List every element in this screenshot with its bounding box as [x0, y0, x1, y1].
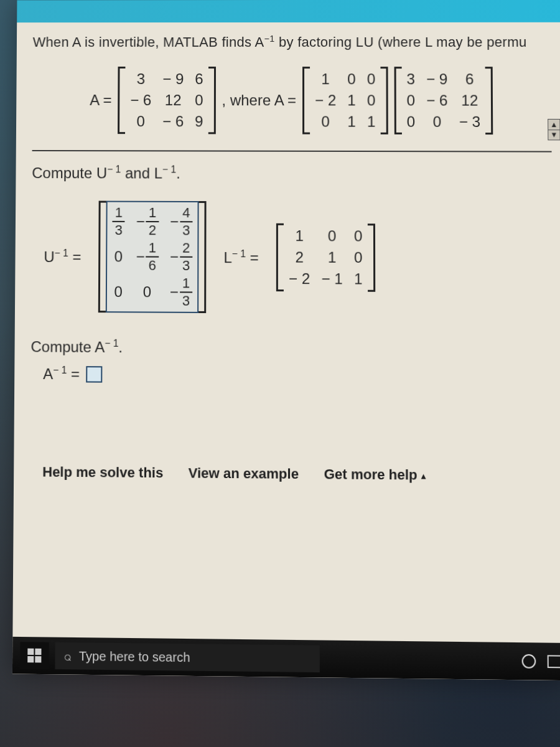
uinv12: −23: [170, 242, 192, 273]
matrix-Uinv: 13 −12 −43 0 −16 −23 0 0 −13: [98, 201, 207, 313]
sub2b: .: [118, 339, 123, 355]
a21: − 6: [162, 113, 184, 130]
scroll-indicator[interactable]: ▲ ▼: [548, 119, 560, 140]
matrix-equation: A = 3 − 9 6 − 6 12 0 0 − 6 9 , where A =: [32, 67, 552, 134]
windows-taskbar[interactable]: ⌕ Type here to search: [12, 637, 560, 680]
u02: 6: [459, 71, 480, 88]
matrix-Linv: 1 0 0 2 1 0 − 2 − 1 1: [276, 223, 375, 292]
li10: 2: [289, 249, 310, 266]
top-bar: [17, 0, 560, 22]
uinv02: −43: [170, 206, 192, 238]
intro-exp: −1: [264, 34, 275, 44]
matrix-U: 3 − 9 6 0 − 6 12 0 0 − 3: [394, 67, 493, 135]
l12: 0: [367, 92, 375, 110]
help-more-label: Get more help: [324, 466, 418, 483]
sub2e: − 1: [105, 338, 118, 349]
sub1e1: − 1: [107, 164, 121, 175]
a20: 0: [130, 113, 151, 130]
help-row: Help me solve this View an example Get m…: [30, 459, 554, 490]
l10: − 2: [315, 92, 336, 110]
l22: 1: [367, 113, 375, 131]
l00: 1: [315, 70, 336, 88]
u12: 12: [459, 92, 480, 110]
uinv-exp: − 1: [55, 248, 68, 258]
linv-eq: =: [246, 249, 259, 266]
task-view-icon[interactable]: [548, 655, 560, 668]
uinv10: 0: [112, 248, 124, 266]
taskbar-search[interactable]: ⌕ Type here to search: [55, 642, 319, 672]
a10: − 6: [130, 92, 151, 109]
ainv-eq: =: [67, 365, 80, 383]
A-label: A =: [90, 92, 111, 109]
li21: − 1: [322, 270, 343, 288]
l20: 0: [315, 113, 336, 131]
li01: 0: [321, 227, 342, 245]
matrix-L: 1 0 0 − 2 1 0 0 1 1: [302, 67, 388, 134]
windows-icon: [27, 649, 41, 663]
question-content: When A is invertible, MATLAB finds A−1 b…: [14, 22, 560, 497]
u00: 3: [406, 71, 415, 88]
intro-part2: by factoring LU (where L may be permu: [274, 34, 526, 50]
linv-label: L− 1 =: [223, 248, 258, 267]
search-icon: ⌕: [64, 649, 72, 664]
l11: 1: [347, 92, 355, 110]
linv-pre: L: [223, 249, 231, 266]
li02: 0: [354, 228, 363, 245]
scroll-up-icon[interactable]: ▲: [548, 120, 559, 130]
view-example-button[interactable]: View an example: [189, 465, 299, 482]
where-label: , where A =: [222, 92, 296, 109]
help-solve-button[interactable]: Help me solve this: [42, 464, 163, 481]
sub1c: .: [176, 165, 180, 182]
ainv-answer-row: A− 1 =: [30, 365, 553, 387]
caret-up-icon: ▴: [421, 471, 426, 481]
sub1e2: − 1: [162, 164, 176, 175]
uinv11: −16: [136, 242, 159, 273]
uinv-pre: U: [44, 248, 54, 265]
li22: 1: [354, 270, 363, 288]
matrix-A: 3 − 9 6 − 6 12 0 0 − 6 9: [118, 67, 215, 134]
search-placeholder: Type here to search: [79, 649, 190, 665]
u22: − 3: [459, 113, 480, 131]
a01: − 9: [162, 70, 184, 88]
sub2a: Compute A: [30, 338, 105, 355]
laptop-screen: When A is invertible, MATLAB finds A−1 b…: [12, 0, 560, 680]
uinv-linv-row: U− 1 = 13 −12 −43 0 −16 −23 0 0 −13: [31, 201, 553, 316]
scroll-down-icon[interactable]: ▼: [548, 130, 559, 140]
li00: 1: [289, 227, 310, 245]
divider: [32, 150, 552, 153]
li20: − 2: [289, 270, 310, 288]
u01: − 9: [426, 71, 447, 88]
sub1a: Compute U: [32, 164, 107, 181]
l01: 0: [347, 71, 355, 88]
ainv-p1: A: [43, 365, 53, 382]
a02: 6: [195, 70, 203, 88]
uinv00: 13: [112, 206, 124, 237]
uinv20: 0: [112, 283, 124, 301]
linv-exp: − 1: [232, 248, 246, 259]
cortana-icon[interactable]: [522, 654, 536, 669]
a00: 3: [130, 70, 151, 88]
uinv-label: U− 1 =: [44, 248, 81, 266]
u11: − 6: [426, 92, 447, 110]
uinv22: −13: [170, 276, 193, 308]
taskbar-tray: [522, 654, 560, 669]
ainv-e1: − 1: [53, 365, 67, 375]
intro-text: When A is invertible, MATLAB finds A−1 b…: [33, 34, 551, 51]
answer-input[interactable]: [86, 366, 102, 383]
start-button[interactable]: [20, 642, 49, 669]
u20: 0: [407, 113, 416, 131]
a22: 9: [195, 113, 203, 131]
get-more-help-button[interactable]: Get more help ▴: [324, 466, 426, 484]
li12: 0: [354, 249, 363, 266]
ainv-label: A− 1 =: [43, 365, 80, 383]
uinv-eq: =: [68, 248, 82, 265]
uinv01: −12: [136, 206, 159, 238]
compute-ainv-label: Compute A− 1.: [30, 337, 553, 359]
u10: 0: [407, 92, 416, 110]
l02: 0: [367, 71, 375, 88]
compute-ul-label: Compute U− 1 and L− 1.: [32, 164, 552, 183]
a12: 0: [195, 92, 203, 109]
a11: 12: [162, 92, 184, 109]
li11: 1: [321, 249, 342, 267]
l21: 1: [347, 113, 355, 131]
